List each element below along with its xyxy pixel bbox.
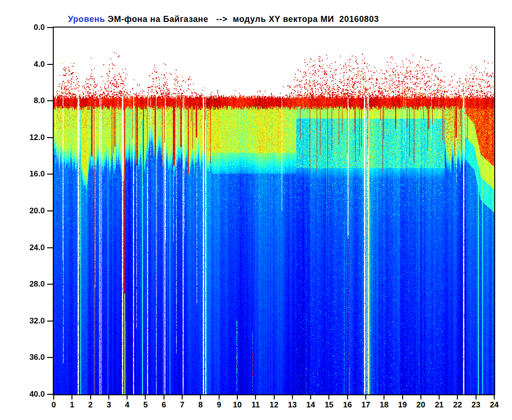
x-axis-tick-label: 12 — [264, 400, 284, 410]
x-axis-tick — [402, 395, 403, 399]
x-axis-tick — [127, 395, 128, 399]
x-axis-tick-label: 5 — [135, 400, 156, 410]
x-axis-tick — [292, 395, 293, 399]
x-axis-tick-label: 24 — [484, 400, 505, 410]
x-axis-tick — [420, 395, 421, 399]
y-axis-tick-label: 20.0 — [12, 206, 45, 216]
x-axis-tick — [384, 395, 384, 399]
x-axis-tick-label: 7 — [172, 400, 192, 410]
y-axis-tick — [47, 210, 53, 211]
x-axis-tick-label: 21 — [429, 400, 449, 410]
x-axis-tick-label: 3 — [99, 400, 119, 410]
y-axis-tick — [47, 284, 53, 285]
x-axis-tick-label: 23 — [466, 400, 486, 410]
x-axis-tick — [200, 395, 201, 399]
x-axis-tick — [365, 395, 366, 399]
x-axis-tick-label: 11 — [245, 400, 266, 410]
x-axis-tick — [145, 395, 146, 399]
x-axis-tick-label: 18 — [374, 400, 394, 410]
x-axis-tick — [108, 395, 109, 399]
y-axis-tick-label: 16.0 — [12, 169, 45, 179]
y-axis-tick-label: 36.0 — [12, 352, 45, 363]
x-axis-tick-label: 9 — [209, 400, 229, 410]
y-axis-tick-label: 4.0 — [12, 59, 45, 70]
y-axis-tick — [47, 321, 53, 322]
y-axis-tick — [47, 64, 53, 65]
y-axis-tick-label: 8.0 — [12, 96, 45, 106]
chart-title-rest: ЭМ-фона на Байгазане --> модуль XY векто… — [105, 14, 379, 24]
x-axis-tick — [494, 395, 495, 399]
x-axis-tick — [310, 395, 311, 399]
chart-title-word1: Уровень — [68, 14, 105, 24]
y-axis-tick — [47, 357, 53, 358]
y-axis-tick-label: 28.0 — [12, 279, 45, 289]
x-axis-tick — [219, 395, 220, 399]
y-axis-tick — [47, 137, 53, 138]
y-axis-tick — [47, 247, 53, 248]
spectrogram-canvas — [54, 28, 494, 394]
x-axis-tick — [182, 395, 183, 399]
x-axis-tick — [90, 395, 91, 399]
x-axis-tick — [274, 395, 275, 399]
x-axis-tick — [328, 395, 329, 399]
x-axis-tick-label: 10 — [227, 400, 248, 410]
x-axis-tick — [71, 395, 72, 399]
x-axis-tick — [476, 395, 476, 399]
y-axis-tick-label: 24.0 — [12, 243, 45, 253]
x-axis-tick — [255, 395, 256, 399]
x-axis-tick-label: 16 — [337, 400, 358, 410]
x-axis-tick — [347, 395, 348, 399]
x-axis-tick-label: 0 — [43, 400, 64, 410]
x-axis-tick — [53, 395, 54, 399]
y-axis-tick — [47, 100, 53, 101]
x-axis-tick-label: 14 — [300, 400, 321, 410]
y-axis-tick — [47, 394, 53, 395]
x-axis-tick-label: 8 — [190, 400, 211, 410]
y-axis-tick — [47, 174, 53, 175]
x-axis-tick-label: 19 — [392, 400, 413, 410]
x-axis-tick-label: 13 — [282, 400, 303, 410]
y-axis-tick-label: 0.0 — [12, 22, 45, 33]
x-axis-tick-label: 2 — [80, 400, 101, 410]
y-axis-tick-label: 12.0 — [12, 133, 45, 143]
y-axis-tick-label: 32.0 — [12, 316, 45, 326]
y-axis-tick-label: 40.0 — [12, 389, 45, 399]
x-axis-tick-label: 22 — [447, 400, 468, 410]
x-axis-tick — [439, 395, 440, 399]
x-axis-tick-label: 15 — [319, 400, 339, 410]
x-axis-tick — [457, 395, 458, 399]
x-axis-tick-label: 17 — [356, 400, 376, 410]
x-axis-tick-label: 4 — [117, 400, 137, 410]
page-root: Уровень ЭМ-фона на Байгазане --> модуль … — [0, 0, 512, 420]
x-axis-tick-label: 1 — [62, 400, 82, 410]
x-axis-tick — [164, 395, 164, 399]
y-axis-tick — [47, 27, 53, 28]
x-axis-tick — [237, 395, 238, 399]
x-axis-tick-label: 20 — [411, 400, 431, 410]
x-axis-tick-label: 6 — [154, 400, 174, 410]
